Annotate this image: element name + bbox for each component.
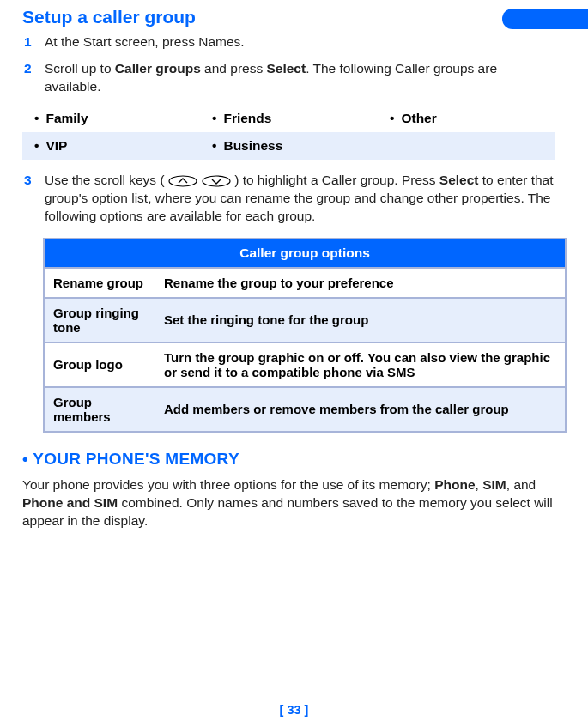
option-label: Group logo [44, 342, 155, 387]
label: Other [401, 111, 436, 126]
scroll-up-down-icon [168, 175, 231, 187]
header-tab-pill [502, 9, 588, 29]
label: VIP [45, 138, 67, 154]
text: , [476, 477, 483, 492]
group-friends: Friends [200, 105, 378, 132]
option-label: Group ringing tone [44, 298, 155, 342]
label: Business [223, 138, 282, 154]
svg-point-0 [169, 176, 197, 186]
page-number: [ 33 ] [0, 703, 588, 717]
step-text: Use the scroll keys ( ) to highlight a C… [45, 172, 555, 226]
label: Friends [223, 111, 271, 126]
text: Scroll up to [45, 61, 115, 76]
step-number: 3 [22, 172, 45, 226]
group-other: Other [378, 105, 555, 132]
text: , and [506, 477, 536, 492]
label: Family [45, 111, 88, 126]
table-row: Group logo Turn the group graphic on or … [44, 342, 566, 387]
svg-point-1 [203, 176, 230, 186]
text: ) to highlight a Caller group. Press [234, 173, 439, 187]
table-row: Group ringing tone Set the ringing tone … [44, 298, 566, 342]
bold-term: Select [439, 173, 479, 187]
bold-term: SIM [482, 477, 506, 492]
table-row: Group members Add members or remove memb… [44, 387, 566, 432]
option-label: Group members [44, 387, 155, 432]
caller-groups-list: Family Friends Other VIP Business [22, 105, 555, 160]
step-text: At the Start screen, press Names. [45, 33, 555, 51]
page-title: Setup a caller group [22, 7, 555, 27]
page-content: Setup a caller group 1 At the Start scre… [0, 7, 588, 530]
option-label: Rename group [44, 268, 155, 298]
caller-group-options-table: Caller group options Rename group Rename… [43, 238, 567, 433]
step-number: 1 [22, 33, 45, 51]
table-header: Caller group options [44, 239, 566, 268]
group-vip: VIP [22, 132, 200, 160]
option-desc: Set the ringing tone for the group [155, 298, 566, 342]
bold-term: Phone [434, 477, 475, 492]
text: and press [201, 61, 267, 76]
group-business: Business [200, 132, 378, 160]
table-row: Rename group Rename the group to your pr… [44, 268, 566, 298]
option-desc: Turn the group graphic on or off. You ca… [155, 342, 566, 387]
step-1: 1 At the Start screen, press Names. [22, 33, 555, 51]
step-3: 3 Use the scroll keys ( ) to highlight a… [22, 172, 555, 226]
group-family: Family [22, 105, 200, 132]
bold-term: Caller groups [115, 61, 201, 76]
empty-cell [378, 132, 555, 160]
option-desc: Add members or remove members from the c… [155, 387, 566, 432]
text: Use the scroll keys ( [45, 173, 165, 187]
step-number: 2 [22, 60, 45, 96]
bold-term: Select [266, 61, 306, 76]
option-desc: Rename the group to your preference [155, 268, 566, 298]
section-heading-memory: YOUR PHONE'S MEMORY [22, 450, 555, 469]
bold-term: Phone and SIM [22, 495, 118, 510]
text: Your phone provides you with three optio… [22, 477, 434, 492]
memory-paragraph: Your phone provides you with three optio… [22, 476, 555, 530]
step-text: Scroll up to Caller groups and press Sel… [45, 60, 555, 96]
step-2: 2 Scroll up to Caller groups and press S… [22, 60, 555, 96]
